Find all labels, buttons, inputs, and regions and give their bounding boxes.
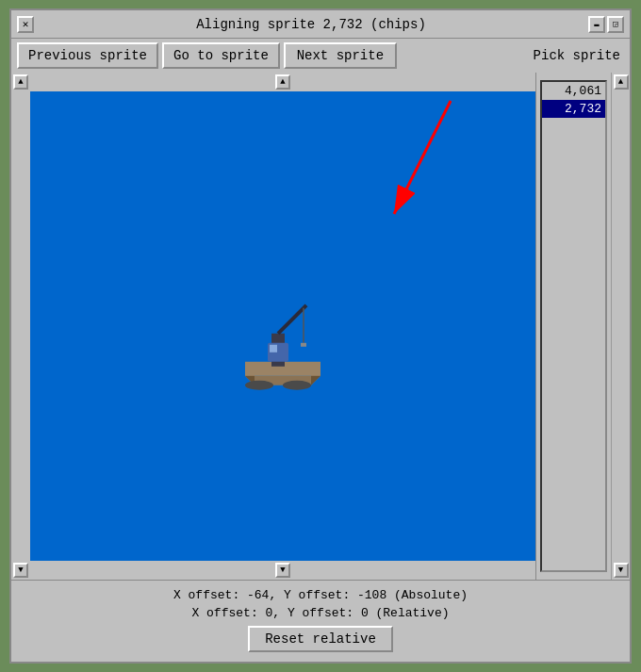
right-scroll-up[interactable]: ▲ [614,74,629,90]
red-arrow-indicator [366,91,479,246]
svg-rect-9 [301,343,306,347]
bottom-scroll-down[interactable]: ▼ [275,563,290,578]
window-title: Aligning sprite 2,732 (chips) [34,17,588,32]
status-bar: X offset: -64, Y offset: -108 (Absolute)… [11,580,630,662]
svg-line-5 [278,305,306,334]
pick-list-current[interactable]: 2,732 [542,100,605,118]
left-scrollbar: ▲ ▼ [11,73,30,580]
left-scroll-up[interactable]: ▲ [13,74,28,90]
title-bar: ✕ Aligning sprite 2,732 (chips) ▬ ◲ [11,10,630,39]
main-area: ▲ ▼ ▲ [11,73,630,580]
right-scrollbar: ▲ ▼ [611,73,630,580]
main-window: ✕ Aligning sprite 2,732 (chips) ▬ ◲ Prev… [9,8,632,664]
svg-point-11 [283,381,311,390]
pick-list[interactable]: 4,061 2,732 [540,80,607,572]
next-sprite-button[interactable]: Next sprite [284,42,397,69]
svg-rect-7 [270,345,277,352]
top-scroll-bar: ▲ [30,73,535,91]
right-panel: 4,061 2,732 ▲ ▼ [535,73,630,580]
reset-relative-button[interactable]: Reset relative [248,626,393,652]
absolute-offset: X offset: -64, Y offset: -108 (Absolute) [19,586,622,604]
previous-sprite-button[interactable]: Previous sprite [17,42,158,69]
top-scroll-left[interactable]: ▲ [275,74,290,90]
resize-button[interactable]: ◲ [607,16,624,33]
sprite-canvas [30,91,535,561]
right-scroll-down[interactable]: ▼ [614,563,629,578]
svg-point-10 [245,381,273,390]
close-button[interactable]: ✕ [17,16,34,33]
bottom-scroll-bar: ▼ [30,561,535,580]
pin-button[interactable]: ▬ [588,16,605,33]
svg-line-13 [394,101,451,214]
left-scroll-down[interactable]: ▼ [13,563,28,578]
pick-sprite-label: Pick sprite [534,48,624,63]
canvas-container: ▲ [30,73,535,580]
sprite-image [226,291,339,408]
toolbar: Previous sprite Go to sprite Next sprite… [11,39,630,73]
relative-offset: X offset: 0, Y offset: 0 (Relative) [19,604,622,622]
goto-sprite-button[interactable]: Go to sprite [162,42,280,69]
pick-list-total: 4,061 [542,82,605,100]
